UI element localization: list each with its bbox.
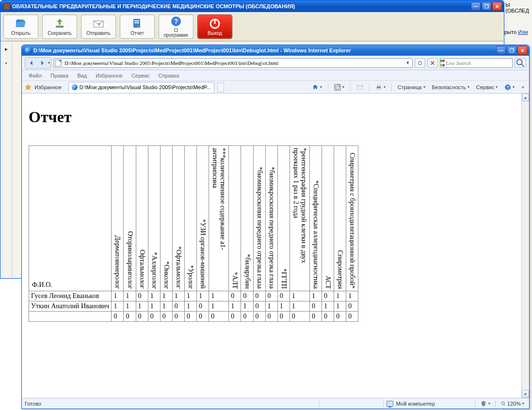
- feeds-button[interactable]: ▾: [332, 83, 346, 92]
- cell-value: 0: [309, 301, 322, 312]
- cell-value: 1: [229, 301, 241, 312]
- report-document: Отчет Ф.И.О.ДерматовенерологОториноларин…: [22, 94, 529, 331]
- new-tab-button[interactable]: [217, 82, 224, 92]
- status-bar: Готово Мой компьютер ▾ 120% ▾: [22, 398, 529, 409]
- open-button[interactable]: Открыть: [3, 15, 38, 39]
- close-button[interactable]: ✕: [492, 2, 502, 11]
- sidebar-star-icon[interactable]: *: [5, 61, 7, 68]
- col-header: Офтальмолог: [136, 146, 148, 291]
- address-dropdown[interactable]: ▾: [404, 60, 411, 66]
- cell-name: Уткин Анатолий Иванович: [29, 301, 112, 312]
- minimize-button[interactable]: —: [471, 2, 481, 11]
- menu-view[interactable]: Вид: [73, 72, 91, 79]
- print-button[interactable]: ▾: [373, 83, 387, 92]
- home-button[interactable]: ▾: [310, 83, 324, 92]
- cell-value: 1: [209, 291, 229, 301]
- menu-help[interactable]: Справка: [155, 72, 183, 79]
- forward-button[interactable]: [37, 58, 48, 68]
- browser-window: D:\Мои документы\Visual Studio 2005\Proj…: [21, 45, 530, 409]
- svg-text:?: ?: [507, 85, 509, 89]
- cell-total: 0: [253, 312, 265, 322]
- scroll-up-button[interactable]: ▲: [522, 94, 529, 101]
- status-zone: Мой компьютер: [396, 401, 435, 407]
- scroll-track[interactable]: [522, 101, 529, 390]
- nav-history-dropdown[interactable]: ▾: [48, 61, 50, 65]
- refresh-button[interactable]: [415, 58, 425, 68]
- report-icon: [130, 18, 144, 30]
- app-titlebar[interactable]: ОБЯЗАТЕЛЬНЫЕ ПРЕДВАРИТЕЛЬНЫЕ И ПЕРИОДИЧЕ…: [0, 0, 504, 12]
- search-box[interactable]: [440, 58, 513, 68]
- menu-favorites[interactable]: Избранное: [92, 72, 127, 79]
- overflow-button[interactable]: »: [519, 83, 526, 91]
- table-row: Уткин Анатолий Иванович11111010111011101…: [29, 301, 358, 312]
- page-menu[interactable]: Страница▾: [396, 83, 427, 91]
- cell-name: Гусев Леонид Еваньков: [29, 291, 112, 301]
- cell-value: 0: [346, 301, 358, 312]
- table-row: Гусев Леонид Еваньков1101111110000011011: [29, 291, 358, 301]
- address-bar[interactable]: ▾: [53, 58, 413, 68]
- exit-button[interactable]: Выход: [197, 15, 232, 39]
- star-icon: [25, 84, 32, 91]
- send-button[interactable]: Отправить: [81, 15, 116, 39]
- power-icon: [208, 18, 222, 30]
- col-header: *биомикроскопия переднего отрезка глаза: [265, 146, 277, 291]
- protected-mode-button[interactable]: ▾: [478, 399, 492, 408]
- cell-value: 1: [334, 301, 346, 312]
- svg-rect-15: [377, 88, 380, 89]
- stop-button[interactable]: [427, 58, 438, 68]
- menu-edit[interactable]: Правка: [47, 72, 72, 79]
- cell-value: 1: [290, 291, 309, 301]
- browser-close-button[interactable]: ✕: [517, 46, 527, 55]
- svg-point-9: [517, 59, 522, 64]
- cell-value: 1: [112, 301, 124, 312]
- app-sidebar: ▸ *: [0, 42, 12, 279]
- bg-link[interactable]: Изм: [518, 29, 528, 35]
- safety-menu[interactable]: Безопасность▾: [430, 83, 471, 91]
- browser-tab[interactable]: D:\Мои документы\Visual Studio 2005\Proj…: [68, 82, 214, 93]
- col-header: *Офтальмолог: [172, 146, 184, 291]
- browser-minimize-button[interactable]: —: [496, 46, 506, 55]
- vertical-scrollbar[interactable]: ▲ ▼: [521, 94, 529, 398]
- ie-small-icon: [72, 84, 78, 90]
- cell-value: 1: [209, 301, 229, 312]
- cell-total: 0: [160, 312, 172, 322]
- cell-total: 0: [209, 312, 229, 322]
- scroll-down-button[interactable]: ▼: [522, 390, 529, 398]
- sidebar-arrow-icon[interactable]: ▸: [5, 46, 8, 52]
- status-ready: Готово: [25, 401, 41, 407]
- help-button[interactable]: ?▾: [502, 83, 516, 92]
- tools-menu[interactable]: Сервис▾: [474, 83, 500, 91]
- cell-total: 0: [184, 312, 196, 322]
- back-button[interactable]: [26, 58, 37, 68]
- cell-value: 1: [241, 301, 253, 312]
- read-mail-button[interactable]: [355, 83, 365, 92]
- cell-value: 0: [253, 291, 265, 301]
- zoom-control[interactable]: 120% ▾: [499, 400, 526, 408]
- cell-total: 0: [334, 312, 346, 322]
- favorites-label[interactable]: Избранное: [34, 84, 62, 90]
- cell-total: 0: [290, 312, 309, 322]
- maximize-button[interactable]: ❐: [482, 2, 491, 11]
- col-header: Оториноларинголог: [124, 146, 136, 291]
- cell-total: 0: [148, 312, 160, 322]
- bg-text2: рыто Изм: [504, 29, 528, 35]
- browser-titlebar[interactable]: D:\Мои документы\Visual Studio 2005\Proj…: [22, 45, 529, 56]
- menu-file[interactable]: Файл: [25, 72, 46, 79]
- report-table: Ф.И.О.ДерматовенерологОториноларингологО…: [29, 145, 358, 322]
- cell-value: 0: [241, 291, 253, 301]
- cell-total: 0: [322, 312, 334, 322]
- about-button[interactable]: ? О программе: [159, 15, 193, 39]
- save-button[interactable]: Сохранить: [42, 15, 77, 39]
- report-button[interactable]: Отчет: [120, 15, 155, 39]
- cell-value: 0: [253, 301, 265, 312]
- search-input[interactable]: [445, 60, 510, 66]
- cell-value: 1: [290, 301, 309, 312]
- search-button[interactable]: [515, 58, 526, 68]
- col-header: Спирометрия: [334, 146, 346, 291]
- cell-total: 0: [197, 312, 209, 322]
- computer-icon: [387, 401, 393, 407]
- menu-tools[interactable]: Сервис: [128, 72, 154, 79]
- address-input[interactable]: [64, 60, 404, 66]
- browser-maximize-button[interactable]: ❐: [507, 46, 516, 55]
- svg-point-18: [501, 402, 504, 405]
